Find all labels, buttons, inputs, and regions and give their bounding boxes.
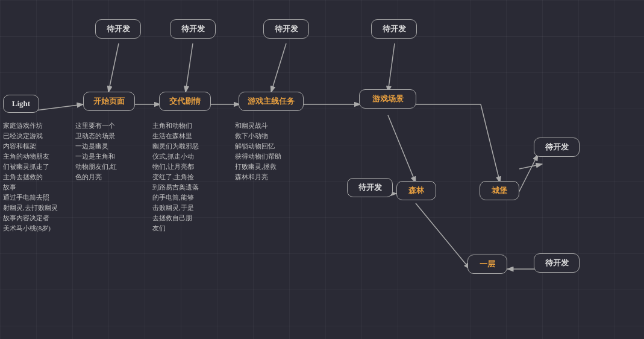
svg-line-7 [186, 43, 193, 92]
svg-line-9 [388, 43, 395, 92]
node-scene[interactable]: 游戏场景 [359, 89, 416, 109]
node-pending-4[interactable]: 待开发 [371, 19, 417, 39]
node-pending-1[interactable]: 待开发 [95, 19, 141, 39]
node-pending-6[interactable]: 待开发 [534, 138, 580, 157]
node-forest[interactable]: 森林 [396, 181, 436, 200]
svg-line-14 [519, 164, 542, 169]
start-description: 这里要有一个卫动态的场景一边是幽灵一边是主角和动物朋友们,红色的月亮 [75, 121, 154, 182]
node-pending-3[interactable]: 待开发 [263, 19, 309, 39]
node-start[interactable]: 开始页面 [83, 92, 135, 111]
node-light[interactable]: Light [3, 95, 39, 113]
task-description: 和幽灵战斗救下小动物解锁动物回忆获得动物们帮助打败幽灵,拯救森林和月亮 [235, 121, 313, 182]
node-story-label: 交代剧情 [169, 97, 201, 106]
svg-line-12 [481, 104, 500, 183]
node-pending-5-label: 待开发 [358, 183, 382, 192]
light-description: 家庭游戏作坊已经决定游戏内容和框架主角的动物朋友们被幽灵抓走了主角去拯救的故事通… [3, 121, 75, 234]
node-story[interactable]: 交代剧情 [159, 92, 211, 111]
svg-line-6 [108, 43, 119, 92]
node-pending-3-label: 待开发 [275, 24, 298, 33]
node-floor1[interactable]: 一层 [467, 255, 507, 274]
node-scene-label: 游戏场景 [372, 94, 404, 103]
node-main-task-label: 游戏主线任务 [248, 97, 295, 106]
svg-line-15 [416, 203, 470, 269]
node-light-label: Light [12, 99, 30, 108]
node-pending-2[interactable]: 待开发 [170, 19, 216, 39]
svg-line-2 [36, 104, 83, 110]
node-castle-label: 城堡 [492, 186, 507, 195]
story-description: 主角和动物们生活在森林里幽灵们为啦邪恶仪式,抓走小动物们,让月亮都变红了,主角捡… [152, 121, 236, 234]
node-main-task[interactable]: 游戏主线任务 [239, 92, 304, 111]
node-pending-5[interactable]: 待开发 [347, 178, 393, 197]
svg-line-10 [388, 115, 416, 183]
node-pending-6-label: 待开发 [545, 142, 569, 151]
node-floor1-label: 一层 [480, 259, 495, 268]
node-pending-2-label: 待开发 [181, 24, 205, 33]
node-pending-7[interactable]: 待开发 [534, 253, 580, 273]
node-start-label: 开始页面 [93, 97, 125, 106]
node-pending-7-label: 待开发 [545, 258, 569, 267]
node-pending-4-label: 待开发 [383, 24, 406, 33]
node-pending-1-label: 待开发 [107, 24, 130, 33]
node-castle[interactable]: 城堡 [480, 181, 519, 200]
svg-line-17 [518, 154, 538, 194]
node-forest-label: 森林 [408, 186, 424, 195]
svg-line-8 [271, 43, 286, 92]
